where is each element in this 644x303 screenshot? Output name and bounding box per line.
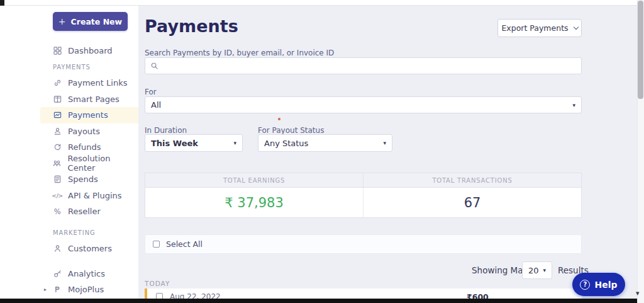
search-label: Search Payments by ID, buyer email, or I…: [145, 49, 334, 57]
sidebar: + Create New Dashboard PAYMENTS Payment …: [0, 6, 138, 299]
total-transactions-header: TOTAL TRANSACTIONS: [364, 173, 581, 187]
link-icon: [53, 79, 62, 87]
help-label: Help: [594, 280, 617, 290]
export-payments-label: Export Payments: [501, 23, 568, 33]
sidebar-item-resolution-center[interactable]: Resolution Center: [40, 156, 138, 172]
search-input[interactable]: [162, 58, 576, 74]
total-earnings-value: ₹ 37,983: [145, 188, 364, 217]
row-date: Aug 22, 2022: [170, 292, 221, 299]
sidebar-item-label: API & Plugins: [68, 191, 122, 200]
caret-down-icon: ▾: [572, 102, 575, 108]
summary-header-row: TOTAL EARNINGS TOTAL TRANSACTIONS: [145, 173, 581, 188]
export-payments-button[interactable]: Export Payments: [497, 19, 582, 37]
sidebar-item-label: Payouts: [68, 127, 100, 136]
question-icon: ?: [580, 280, 590, 290]
payout-icon: [53, 127, 62, 135]
chevron-right-icon[interactable]: ▸: [44, 287, 47, 292]
duration-select-value: This Week: [151, 139, 198, 148]
sidebar-item-reseller[interactable]: % Reseller: [40, 203, 138, 220]
person-icon: [53, 244, 62, 253]
percent-icon: %: [53, 207, 62, 216]
sidebar-item-api-plugins[interactable]: </> API & Plugins: [40, 188, 138, 204]
people-icon: [53, 159, 62, 168]
sidebar-nav: Dashboard PAYMENTS Payment Links Smart P…: [40, 43, 138, 298]
payout-status-select[interactable]: Any Status ▾: [258, 134, 392, 152]
sidebar-item-refunds[interactable]: Refunds: [40, 139, 138, 156]
total-earnings-header: TOTAL EARNINGS: [145, 173, 364, 187]
sidebar-item-label: Reseller: [68, 207, 101, 216]
showing-max-label: Showing Max: [472, 265, 528, 275]
key-icon: [53, 270, 62, 278]
caret-down-icon: ▾: [233, 140, 236, 146]
sidebar-item-dashboard[interactable]: Dashboard: [40, 43, 138, 59]
refresh-icon: [53, 143, 62, 151]
create-new-button[interactable]: + Create New: [53, 12, 128, 31]
sidebar-item-mojoplus[interactable]: ▸ ₱ MojoPlus: [40, 282, 138, 298]
sidebar-item-customers[interactable]: Customers: [40, 241, 138, 257]
sidebar-item-payments[interactable]: Payments: [40, 107, 138, 123]
payout-status-label: For Payout Status: [258, 126, 324, 135]
select-all-bar: Select All: [145, 234, 582, 254]
for-label: For: [145, 88, 157, 96]
sidebar-item-spends[interactable]: Spends: [40, 171, 138, 188]
create-new-label: Create New: [71, 17, 123, 26]
sidebar-item-payouts[interactable]: Payouts: [40, 123, 138, 140]
sidebar-item-smart-pages[interactable]: Smart Pages: [40, 91, 138, 108]
select-all-label: Select All: [166, 239, 203, 249]
sidebar-item-label: Smart Pages: [68, 94, 119, 104]
row-checkbox[interactable]: [156, 293, 163, 299]
search-box: [145, 57, 582, 74]
sidebar-item-label: Payment Links: [68, 78, 127, 88]
receipt-icon: [53, 175, 62, 183]
search-icon: [150, 62, 158, 70]
scrollbar-down-arrow[interactable]: ▾: [636, 289, 640, 297]
payment-row[interactable]: Aug 22, 2022 ₹600: [145, 289, 582, 299]
select-all-checkbox[interactable]: [153, 241, 160, 248]
total-transactions-value: 67: [364, 188, 581, 217]
sidebar-item-label: Refunds: [68, 142, 101, 152]
max-results-select[interactable]: 20 ▾: [522, 261, 552, 279]
sidebar-item-analytics[interactable]: Analytics: [40, 266, 138, 282]
sidebar-item-label: Customers: [68, 244, 112, 253]
sidebar-item-label: Payments: [68, 110, 108, 120]
summary-table: TOTAL EARNINGS TOTAL TRANSACTIONS ₹ 37,9…: [145, 173, 582, 218]
chart-icon: [53, 111, 62, 119]
page-title: Payments: [145, 16, 238, 36]
today-group-label: TODAY: [145, 280, 170, 287]
peso-icon: ₱: [53, 285, 62, 294]
pages-icon: [53, 95, 62, 103]
sidebar-item-label: Analytics: [68, 269, 105, 278]
for-select[interactable]: All ▾: [145, 96, 582, 113]
sidebar-section-payments: PAYMENTS: [40, 59, 138, 76]
sidebar-item-label: MojoPlus: [68, 285, 104, 294]
sidebar-item-label: Spends: [68, 174, 98, 184]
row-amount: ₹600: [467, 292, 489, 299]
chevron-down-icon: [573, 25, 578, 30]
sidebar-item-payment-links[interactable]: Payment Links: [40, 75, 138, 91]
summary-value-row: ₹ 37,983 67: [145, 188, 581, 217]
bottom-black-bar: [0, 299, 637, 303]
sidebar-item-label: Dashboard: [68, 46, 113, 55]
caret-down-icon: ▾: [383, 140, 386, 146]
duration-select[interactable]: This Week ▾: [145, 134, 243, 152]
max-results-value: 20: [528, 266, 539, 275]
for-select-value: All: [151, 100, 161, 110]
recording-dot: [278, 118, 280, 120]
sidebar-section-marketing: MARKETING: [40, 225, 138, 241]
grid-icon: [53, 47, 62, 55]
payments-dashboard-page: + Create New Dashboard PAYMENTS Payment …: [0, 0, 644, 303]
code-icon: </>: [53, 192, 62, 199]
scrollbar-thumb[interactable]: [638, 1, 643, 99]
caret-down-icon: ▾: [543, 267, 547, 273]
payout-status-value: Any Status: [264, 139, 308, 148]
sidebar-item-label: Resolution Center: [68, 154, 138, 173]
duration-label: In Duration: [145, 126, 187, 135]
plus-icon: +: [58, 16, 66, 26]
help-button[interactable]: ? Help: [572, 273, 625, 296]
